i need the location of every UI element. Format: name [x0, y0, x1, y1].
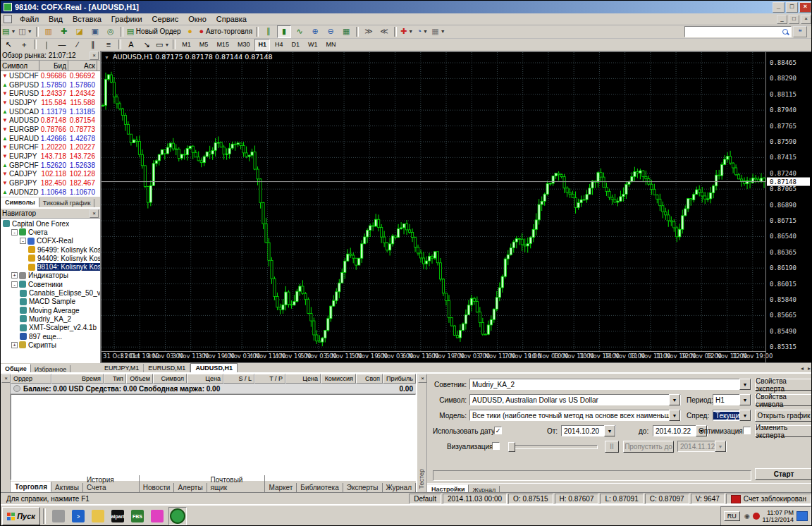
expand-icon[interactable]: + [11, 342, 18, 348]
collapse-icon[interactable]: - [11, 229, 18, 236]
tree-item[interactable]: +Скрипты [1, 341, 100, 349]
auto-trading-button[interactable]: ● Авто-торговля [199, 25, 253, 38]
tray-clock[interactable]: 11:07 PM 11/12/2014 [763, 509, 794, 523]
symbol-row-EURCHF[interactable]: ▼EURCHF1.202201.20227 [1, 143, 100, 152]
start-button-windows[interactable]: Пуск [2, 507, 40, 525]
profiles-button[interactable]: ◫▼ [18, 25, 32, 38]
tab-История Счета[interactable]: История Счета [83, 475, 140, 492]
chevron-down-icon[interactable]: ▼ [715, 441, 726, 452]
tree-item[interactable]: 94409: Kolisnyk Kostiyanityn [1, 254, 100, 262]
horizontal-line-tool-button[interactable]: — [55, 38, 69, 51]
use-date-checkbox[interactable] [494, 427, 502, 434]
menu-Окно[interactable]: Окно [183, 14, 211, 24]
expert-properties-button[interactable]: Свойства эксперта [755, 379, 812, 391]
tab-Активы[interactable]: Активы [51, 483, 83, 492]
tab-Маркет[interactable]: Маркет [265, 483, 297, 492]
column-header-Символ[interactable]: Символ [1, 61, 39, 71]
navigator-header[interactable]: Навигатор × [1, 209, 100, 219]
column-header-Комиссия[interactable]: Комиссия [321, 374, 356, 384]
folder-icon[interactable] [90, 508, 106, 525]
timeframe-H1[interactable]: H1 [254, 39, 270, 51]
expand-icon[interactable]: + [11, 272, 18, 279]
scroll-right-icon[interactable]: ▸ [806, 365, 812, 372]
indicators-button[interactable]: ✚▼ [400, 25, 414, 38]
timeframe-M5[interactable]: M5 [196, 39, 212, 51]
symbol-row-EURUSD[interactable]: ▼EURUSD1.243371.24342 [1, 89, 100, 98]
zoom-in-button[interactable]: ⊕ [308, 25, 322, 38]
column-header-Бид[interactable]: Бид [39, 61, 68, 71]
chevron-down-icon[interactable]: ▼ [669, 410, 680, 421]
minimize-button[interactable]: _ [773, 2, 785, 13]
tab-Новости[interactable]: Новости [140, 483, 175, 492]
auto-scroll-button[interactable]: ≫ [362, 25, 376, 38]
menu-Справка[interactable]: Справка [211, 14, 252, 24]
column-header-Символ[interactable]: Символ [153, 374, 187, 384]
symbol-row-USDCHF[interactable]: ▼USDCHF0.966860.96692 [1, 71, 100, 80]
tree-item[interactable]: XMT-Scalper_v2.4.1b [1, 324, 100, 332]
market-watch-button[interactable]: ▥ [42, 25, 56, 38]
skip-to-button[interactable]: Пропустить до [623, 441, 674, 453]
timeframe-MN[interactable]: MN [322, 39, 339, 51]
visualization-slider-thumb[interactable] [508, 442, 515, 452]
tree-item[interactable]: MACD Sample [1, 298, 100, 306]
console-icon[interactable]: > [70, 508, 87, 525]
tab-Эксперты[interactable]: Эксперты [343, 483, 383, 492]
language-indicator[interactable]: RU [724, 511, 740, 521]
data-window-button[interactable]: ✚ [57, 25, 71, 38]
arrows-tool-button[interactable]: ↘ [140, 38, 154, 51]
alpari-icon[interactable]: alpari [109, 508, 126, 525]
tree-item[interactable]: Mudriy_KA_2 [1, 314, 100, 323]
new-order-button[interactable]: ▤ Новый Ордер [126, 25, 182, 38]
column-header-Своп[interactable]: Своп [356, 374, 383, 384]
model-combobox[interactable]: Все тики (наиболее точный метод на основ… [469, 410, 681, 421]
collapse-icon[interactable]: - [20, 238, 26, 244]
chevron-down-icon[interactable]: ▼ [604, 425, 615, 436]
channel-tool-button[interactable]: ∥ [86, 38, 100, 51]
column-header-Тип[interactable]: Тип [104, 374, 126, 384]
symbol-row-AUDNZD[interactable]: ▲AUDNZD1.106481.10670 [1, 188, 100, 196]
trendline-tool-button[interactable]: ∕ [70, 38, 85, 51]
symbol-row-CADJPY[interactable]: ▼CADJPY102.118102.128 [1, 170, 100, 179]
chart-tab-AUDUSD,H1[interactable]: AUDUSD,H1 [190, 363, 238, 373]
scroll-left-icon[interactable]: ◂ [799, 365, 806, 372]
text-tool-button[interactable]: A [124, 38, 138, 51]
network-icon[interactable] [796, 511, 808, 521]
collapse-icon[interactable]: - [11, 281, 18, 288]
tab-Почтовый ящик[interactable]: Почтовый ящик [207, 475, 266, 492]
volume-icon[interactable]: ◉ [744, 513, 750, 520]
search-icon[interactable] [782, 29, 789, 35]
close-button[interactable]: × [799, 2, 811, 13]
new-chart-button[interactable]: ▤▼ [1, 25, 16, 38]
column-header-Объем[interactable]: Объем [126, 374, 153, 384]
visualization-checkbox[interactable] [492, 442, 500, 450]
symbol-row-EURAUD[interactable]: ▲EURAUD1.426661.42678 [1, 134, 100, 143]
tree-item[interactable]: -COFX-Real [1, 237, 100, 245]
maximize-button[interactable]: □ [786, 2, 798, 13]
menu-Вид[interactable]: Вид [44, 14, 68, 24]
timeframe-W1[interactable]: W1 [304, 39, 321, 51]
line-chart-button[interactable]: ∿ [293, 25, 307, 38]
metaeditor-button[interactable]: ● [183, 25, 197, 38]
periods-button[interactable]: ◔▼ [415, 25, 429, 38]
column-header-Аск[interactable]: Аск [68, 61, 97, 71]
tile-windows-button[interactable]: ▦ [339, 25, 353, 38]
chart-tab-EURUSD,M1[interactable]: EURUSD,M1 [144, 364, 190, 372]
column-header-Ордер[interactable]: Ордер [11, 374, 51, 384]
tab-Тиковый график[interactable]: Тиковый график [39, 199, 95, 207]
column-header-Цена[interactable]: Цена [187, 374, 223, 384]
terminal-button[interactable]: ▣ [88, 25, 102, 38]
orders-list[interactable] [11, 394, 416, 480]
cursor-tool-button[interactable]: ↖ [1, 38, 16, 51]
open-chart-button[interactable]: Открыть график [755, 410, 812, 422]
bar-chart-button[interactable]: ∥ [262, 25, 276, 38]
menu-Графики[interactable]: Графики [106, 14, 147, 24]
market-watch-close-icon[interactable]: × [90, 51, 99, 60]
shapes-tool-button[interactable]: ▭▼ [155, 38, 170, 51]
symbol-row-GBPJPY[interactable]: ▼GBPJPY182.450182.467 [1, 178, 100, 188]
app-pink-icon[interactable] [149, 508, 166, 525]
chart-shift-button[interactable]: ≪ [377, 25, 391, 38]
visualization-slider[interactable] [508, 445, 598, 449]
crosshair-tool-button[interactable]: ＋ [17, 38, 31, 51]
start-button[interactable]: Старт [755, 468, 812, 480]
tree-item[interactable]: -Счета [1, 228, 100, 236]
